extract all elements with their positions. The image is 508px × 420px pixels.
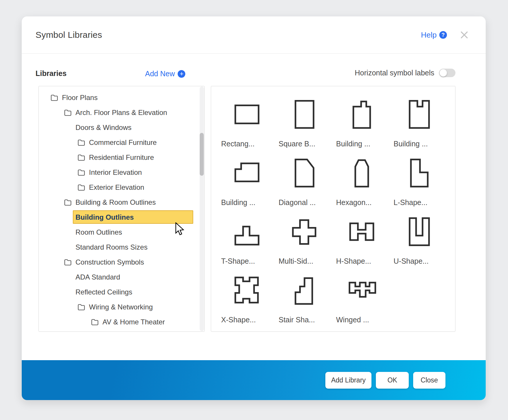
help-link-label: Help — [421, 31, 437, 40]
symbol-label: Square B... — [276, 140, 333, 148]
tree-item-label: Standard Rooms Sizes — [75, 243, 147, 251]
symbol-item-3-top-tab[interactable]: Building ... — [333, 92, 391, 150]
folder-icon — [64, 199, 72, 206]
symbol-label: Multi-Sid... — [276, 257, 333, 265]
symbol-label: Diagonal ... — [276, 198, 333, 207]
diagonal-shape-icon — [288, 157, 321, 189]
tree-item-label: Building Outlines — [75, 213, 134, 221]
symbol-label: Stair Sha... — [276, 316, 333, 324]
tree-item-label: Construction Symbols — [75, 258, 144, 266]
tree-item-label: Doors & Windows — [75, 123, 132, 132]
symbol-label: H-Shape... — [333, 257, 391, 265]
tree-item-room-outlines[interactable]: Room Outlines — [39, 225, 200, 240]
dialog-header: Symbol Libraries Help ? — [22, 16, 486, 54]
horizontal-symbol-labels-label: Horizontal symbol labels — [355, 69, 434, 77]
tree-item-label: Room Outlines — [75, 228, 122, 236]
desktop-background: { "dialog": { "title": "Symbol Libraries… — [0, 0, 508, 420]
symbol-item-15-winged[interactable]: Winged ... — [333, 267, 391, 326]
symbol-item-8-l-shape[interactable]: L-Shape... — [391, 150, 448, 209]
symbol-label: Building ... — [218, 198, 276, 207]
tree-item-building-outlines[interactable]: Building Outlines — [39, 210, 200, 225]
plus-shape-icon — [288, 216, 321, 248]
tree-item-label: Floor Plans — [62, 94, 97, 102]
tree-item-standard-rooms-sizes[interactable]: Standard Rooms Sizes — [39, 240, 200, 255]
symbol-grid-panel: Rectang... Square B... Building ... Buil… — [211, 86, 455, 332]
close-icon[interactable] — [460, 31, 469, 39]
help-link[interactable]: Help ? — [421, 31, 447, 40]
folder-icon — [91, 319, 99, 326]
toggle-knob — [440, 69, 447, 77]
hexagon-shape-icon — [346, 157, 378, 189]
symbol-libraries-dialog: Symbol Libraries Help ? Libraries Add Ne… — [22, 16, 486, 400]
folder-icon — [77, 139, 85, 146]
tree-scrollbar-track[interactable] — [200, 87, 204, 331]
tree-item-label: ADA Standard — [75, 273, 120, 281]
ok-button[interactable]: OK — [376, 372, 409, 389]
tree-item-building-room-outlines[interactable]: Building & Room Outlines — [39, 195, 200, 210]
tree-item-label: AV & Home Theater — [102, 318, 165, 326]
folder-icon — [77, 154, 85, 161]
symbol-label: X-Shape... — [218, 316, 276, 324]
tree-item-residential-furniture[interactable]: Residential Furniture — [39, 150, 200, 165]
folder-icon — [64, 259, 72, 266]
symbol-label: U-Shape... — [391, 257, 448, 265]
folder-icon — [50, 94, 58, 101]
add-new-button[interactable]: Add New + — [145, 70, 185, 78]
symbol-item-2-square[interactable]: Square B... — [276, 92, 333, 150]
symbol-item-7-hexagon[interactable]: Hexagon... — [333, 150, 391, 209]
tree-item-floor-plans[interactable]: Floor Plans — [39, 90, 200, 105]
symbol-label: T-Shape... — [218, 257, 276, 265]
tree-item-doors-windows[interactable]: Doors & Windows — [39, 120, 200, 135]
symbol-label: Hexagon... — [333, 198, 391, 207]
stair-shape-icon — [288, 274, 321, 306]
tree-scrollbar-thumb[interactable] — [200, 133, 204, 176]
tree-item-construction-symbols[interactable]: Construction Symbols — [39, 255, 200, 270]
close-button[interactable]: Close — [413, 372, 445, 389]
tree-item-exterior-elevation[interactable]: Exterior Elevation — [39, 180, 200, 195]
x-shape-shape-icon — [231, 274, 263, 306]
t-shape-shape-icon — [231, 216, 263, 248]
square-shape-icon — [288, 98, 321, 131]
u-shape-shape-icon — [403, 216, 435, 248]
tree-item-reflected-ceilings[interactable]: Reflected Ceilings — [39, 284, 200, 299]
folder-icon — [77, 184, 85, 191]
symbol-item-14-stair[interactable]: Stair Sha... — [276, 267, 333, 326]
folder-icon — [77, 169, 85, 176]
l-shape-shape-icon — [403, 157, 435, 189]
symbol-item-10-plus[interactable]: Multi-Sid... — [276, 209, 333, 267]
dialog-footer: Add Library OK Close — [22, 360, 486, 400]
tree-item-label: Interior Elevation — [89, 168, 142, 177]
tree-item-label: Arch. Floor Plans & Elevation — [75, 109, 167, 117]
tree-item-arch-floor-plans-elevation[interactable]: Arch. Floor Plans & Elevation — [39, 105, 200, 120]
top-tab-shape-icon — [346, 98, 378, 131]
plus-circle-icon: + — [178, 70, 185, 78]
tree-item-wiring-networking[interactable]: Wiring & Networking — [39, 299, 200, 314]
tree-item-av-home-theater[interactable]: AV & Home Theater — [39, 314, 200, 329]
tree-item-commercial-furniture[interactable]: Commercial Furniture — [39, 135, 200, 150]
symbol-label: Building ... — [391, 140, 448, 148]
help-question-icon: ? — [439, 31, 447, 39]
tree-item-label: Building & Room Outlines — [75, 198, 156, 206]
horizontal-symbol-labels-toggle[interactable] — [439, 69, 455, 77]
tree-item-label: Commercial Furniture — [89, 138, 157, 147]
symbol-item-11-h-shape[interactable]: H-Shape... — [333, 209, 391, 267]
symbol-label: L-Shape... — [391, 198, 448, 207]
symbol-item-6-diagonal[interactable]: Diagonal ... — [276, 150, 333, 209]
tree-item-label: Wiring & Networking — [89, 303, 153, 311]
rectangle-shape-icon — [231, 98, 263, 131]
tree-item-ada-standard[interactable]: ADA Standard — [39, 270, 200, 284]
symbol-item-12-u-shape[interactable]: U-Shape... — [391, 209, 448, 267]
top-notch-shape-icon — [403, 98, 435, 131]
symbol-item-1-rectangle[interactable]: Rectang... — [218, 92, 276, 150]
symbol-item-13-x-shape[interactable]: X-Shape... — [218, 267, 276, 326]
tree-item-interior-elevation[interactable]: Interior Elevation — [39, 165, 200, 180]
winged-shape-icon — [346, 274, 378, 306]
libraries-tree: Floor Plans Arch. Floor Plans & Elevatio… — [39, 90, 200, 329]
tree-item-label: Reflected Ceilings — [75, 288, 132, 296]
tree-item-label: Residential Furniture — [89, 153, 154, 162]
symbol-item-5-step-left[interactable]: Building ... — [218, 150, 276, 209]
add-library-button[interactable]: Add Library — [325, 372, 371, 389]
symbol-item-9-t-shape[interactable]: T-Shape... — [218, 209, 276, 267]
step-left-shape-icon — [231, 157, 263, 189]
symbol-item-4-top-notch[interactable]: Building ... — [391, 92, 448, 150]
